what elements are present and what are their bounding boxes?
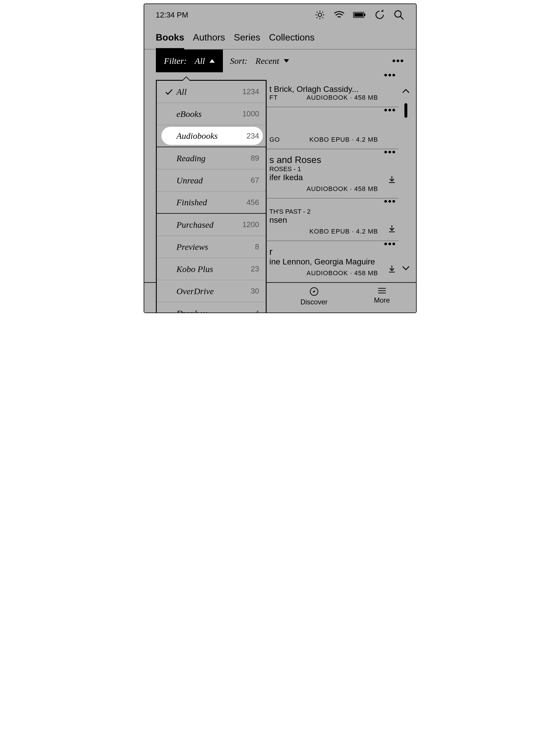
brightness-icon[interactable] [315, 9, 325, 20]
book-series: TH'S PAST - 2 [269, 208, 399, 215]
filter-option-count: 1200 [242, 220, 259, 229]
filter-option-unread[interactable]: Unread67 [157, 169, 266, 192]
svg-rect-10 [364, 14, 365, 16]
filter-option-label: Previews [175, 242, 255, 252]
nav-label: Discover [300, 298, 327, 306]
row-more-button[interactable]: ••• [384, 74, 396, 76]
nav-label: More [374, 296, 390, 304]
filter-option-previews[interactable]: Previews8 [157, 236, 266, 258]
status-bar: 12:34 PM [144, 4, 416, 23]
chevron-up-icon[interactable] [402, 89, 409, 94]
row-more-button[interactable]: ••• [384, 200, 396, 203]
filter-option-ebooks[interactable]: eBooks1000 [157, 103, 266, 125]
list-scrollbar[interactable] [401, 89, 410, 272]
nav-discover[interactable]: Discover [280, 283, 348, 312]
book-title: r [269, 246, 399, 257]
filter-option-dropbox[interactable]: Dropbox4 [157, 302, 266, 313]
filter-option-label: All [175, 87, 242, 97]
compass-icon [309, 287, 319, 296]
filter-dropdown: All1234eBooks1000Audiobooks234Reading89U… [156, 80, 266, 313]
svg-point-0 [318, 13, 322, 17]
row-more-button[interactable]: ••• [384, 151, 396, 153]
status-time: 12:34 PM [156, 11, 188, 20]
filter-option-label: OverDrive [175, 286, 251, 296]
book-right-meta: AUDIOBOOK · 458 MB [269, 269, 399, 277]
row-more-button[interactable]: ••• [384, 109, 396, 111]
list-toolbar: Filter: All Sort: Recent ••• [144, 50, 416, 72]
filter-option-count: 1000 [242, 109, 259, 118]
filter-option-label: Kobo Plus [175, 264, 251, 274]
view-tabs: Books Authors Series Collections [144, 23, 416, 50]
filter-option-reading[interactable]: Reading89 [157, 147, 266, 169]
svg-line-5 [316, 12, 317, 13]
svg-marker-25 [313, 290, 315, 293]
filter-option-count: 4 [255, 309, 259, 313]
filter-option-label: Audiobooks [175, 131, 247, 141]
tab-authors[interactable]: Authors [193, 32, 225, 49]
device-frame: 12:34 PM [144, 3, 417, 313]
book-left-meta: FT [269, 94, 278, 101]
download-icon[interactable] [387, 265, 396, 274]
sort-button[interactable]: Sort: Recent [223, 50, 296, 72]
book-narrators: ine Lennon, Georgia Maguire [269, 257, 399, 267]
svg-line-6 [322, 17, 323, 18]
toolbar-more-button[interactable]: ••• [392, 59, 404, 62]
book-right-meta: AUDIOBOOK · 458 MB [269, 185, 399, 193]
download-icon[interactable] [387, 224, 396, 234]
row-more-button[interactable]: ••• [384, 243, 396, 245]
filter-option-count: 234 [246, 132, 259, 140]
download-icon[interactable] [387, 175, 396, 185]
filter-option-label: Purchased [175, 220, 242, 230]
filter-option-label: Unread [175, 175, 251, 186]
sync-icon[interactable] [374, 9, 385, 20]
wifi-icon[interactable] [333, 11, 345, 19]
svg-line-8 [322, 12, 323, 13]
filter-option-all[interactable]: All1234 [157, 81, 266, 103]
sort-label-value: Recent [256, 56, 279, 66]
chevron-down-icon[interactable] [402, 266, 409, 272]
sort-label-prefix: Sort: [230, 56, 247, 66]
book-series: ROSES - 1 [269, 165, 399, 173]
book-right-meta: KOBO EPUB · 4.2 MB [309, 136, 378, 143]
book-left-meta: GO [269, 136, 280, 143]
filter-option-label: eBooks [175, 109, 242, 119]
book-narrators: t Brick, Orlagh Cassidy... [269, 84, 399, 94]
filter-option-purchased[interactable]: Purchased1200 [157, 214, 266, 236]
search-icon[interactable] [393, 9, 404, 20]
chevron-down-icon [284, 59, 289, 63]
book-right-meta: KOBO EPUB · 4.2 MB [269, 228, 399, 235]
filter-option-kobo-plus[interactable]: Kobo Plus23 [157, 258, 266, 280]
filter-option-count: 67 [251, 176, 259, 185]
filter-option-count: 456 [246, 198, 259, 207]
svg-point-12 [395, 11, 401, 17]
chevron-up-icon [209, 59, 215, 63]
tab-collections[interactable]: Collections [269, 32, 315, 49]
filter-option-audiobooks[interactable]: Audiobooks234 [157, 125, 266, 147]
filter-option-label: Reading [175, 153, 251, 163]
filter-option-finished[interactable]: Finished456 [157, 192, 266, 214]
filter-label-value: All [195, 56, 205, 66]
filter-option-label: Finished [175, 197, 247, 207]
filter-option-count: 30 [251, 287, 259, 296]
nav-more[interactable]: More [348, 283, 416, 312]
svg-rect-11 [354, 13, 363, 17]
filter-button[interactable]: Filter: All [156, 50, 223, 72]
battery-icon[interactable] [353, 12, 366, 18]
check-icon [163, 89, 175, 95]
scroll-thumb[interactable] [404, 103, 407, 118]
filter-label-prefix: Filter: [164, 56, 187, 66]
book-narrators: ifer Ikeda [269, 173, 399, 182]
book-narrators: nsen [269, 215, 399, 225]
book-title: s and Roses [269, 155, 399, 165]
book-right-meta: AUDIOBOOK · 458 MB [306, 94, 378, 101]
filter-option-count: 8 [255, 242, 259, 251]
filter-option-count: 89 [251, 154, 259, 163]
filter-option-count: 23 [251, 265, 259, 273]
svg-line-13 [400, 16, 403, 20]
status-icons [315, 9, 404, 20]
tab-books[interactable]: Books [156, 32, 184, 50]
filter-option-overdrive[interactable]: OverDrive30 [157, 280, 266, 302]
filter-option-label: Dropbox [175, 308, 255, 313]
tab-series[interactable]: Series [234, 32, 260, 49]
svg-line-7 [316, 17, 317, 18]
